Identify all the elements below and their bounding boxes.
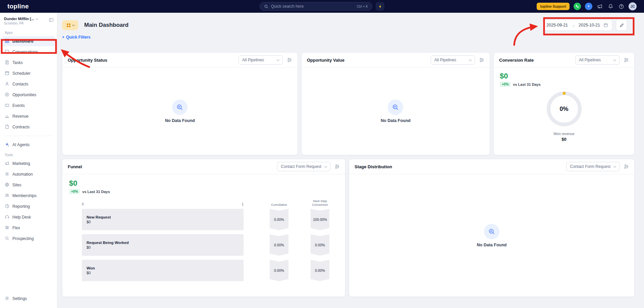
chart-settings-icon[interactable] (334, 164, 340, 169)
ai-agents-icon (5, 142, 9, 148)
more-options-icon[interactable]: ⋮ (631, 22, 635, 28)
empty-state: No Data Found (165, 100, 195, 123)
chart-settings-icon[interactable] (479, 57, 484, 63)
user-avatar[interactable]: JC (629, 2, 637, 10)
empty-state: No Data Found (381, 100, 411, 123)
sidebar-item-settings[interactable]: Settings (2, 294, 55, 304)
sidebar-item-sites[interactable]: Sites (2, 180, 55, 190)
account-switcher[interactable]: Dunder Mifflin [... Scranton, PA (0, 16, 57, 28)
funnel-stage-bar[interactable]: Won $0 (82, 260, 244, 281)
sidebar-item-events[interactable]: Events (2, 101, 55, 111)
chevron-down-icon (469, 58, 472, 61)
sidebar-item-flex[interactable]: Flex (2, 223, 55, 233)
delta-badge: +0% (69, 189, 80, 194)
gauge-value: 0% (559, 106, 568, 113)
select-value: All Pipelines (434, 58, 456, 62)
select-value: Contact Form Request (281, 164, 321, 169)
chevron-down-icon (36, 17, 38, 19)
sites-icon (5, 182, 9, 188)
conversion-gauge: 0% (547, 91, 582, 126)
funnel-card: Funnel Contact Form Request $0 (62, 159, 345, 297)
date-to: 2025-10-21 (579, 23, 600, 27)
card-title: Conversion Rate (499, 58, 534, 63)
sidebar-item-conversations[interactable]: Conversations (2, 47, 55, 57)
chart-settings-icon[interactable] (624, 57, 629, 63)
sidebar-item-contacts[interactable]: Contacts (2, 79, 55, 89)
date-range-picker[interactable]: 2025-09-21 → 2025-10-21 (542, 19, 612, 31)
conversion-amount: $0 (500, 72, 628, 80)
sidebar: Dunder Mifflin [... Scranton, PA Apps Da… (0, 13, 57, 308)
sidebar-item-ai-agents[interactable]: AI Agents (2, 140, 55, 150)
axis-min: 0 (82, 202, 84, 206)
no-data-search-icon (484, 224, 499, 239)
reporting-icon (5, 204, 9, 209)
sidebar-item-memberships[interactable]: Memberships (2, 191, 55, 201)
stage-value: $0 (87, 245, 244, 249)
next-step-cell: 0.00% (311, 234, 329, 256)
search-field[interactable] (271, 4, 354, 9)
funnel-stage-bar[interactable]: New Request $0 (82, 209, 244, 230)
stage-value: $0 (87, 271, 244, 275)
contacts-icon (5, 81, 9, 87)
ai-assistant-icon[interactable] (585, 3, 592, 10)
prospecting-icon (5, 236, 9, 242)
chart-settings-icon[interactable] (287, 57, 292, 63)
next-step-cell: 100.00% (311, 209, 329, 230)
quick-actions-bolt-icon[interactable] (376, 2, 384, 11)
sidebar-collapse-icon[interactable] (49, 17, 54, 24)
pipeline-filter-select[interactable]: All Pipelines (575, 55, 620, 65)
phone-icon[interactable] (574, 3, 581, 10)
notifications-bell-icon[interactable] (607, 3, 614, 10)
revenue-icon (5, 114, 9, 119)
cumulative-cell: 0.00% (270, 209, 288, 230)
search-input[interactable]: Ctrl + K (260, 2, 372, 11)
search-shortcut: Ctrl + K (357, 5, 368, 8)
card-title: Opportunity Status (68, 58, 107, 63)
sidebar-item-scheduler[interactable]: Scheduler (2, 68, 55, 78)
chevron-down-icon (324, 165, 327, 167)
chevron-down-icon (277, 58, 279, 61)
topbar: topline Ctrl + K topline Support (0, 0, 644, 13)
card-title: Funnel (68, 164, 82, 169)
funnel-stage-bar[interactable]: Request Being Worked $0 (82, 234, 244, 256)
sidebar-item-contracts[interactable]: Contracts (2, 122, 55, 132)
no-data-search-icon (388, 100, 403, 115)
cumulative-header: Cumulative (270, 200, 288, 209)
sidebar-item-tasks[interactable]: Tasks (2, 58, 55, 68)
sidebar-item-prospecting[interactable]: Prospecting (2, 234, 55, 244)
main-content: Main Dashboard 2025-09-21 → 2025-10-21 ⋮ (57, 13, 644, 308)
sidebar-item-dashboard[interactable]: Dashboard (2, 36, 55, 46)
sidebar-item-marketing[interactable]: Marketing (2, 159, 55, 169)
support-button[interactable]: topline Support (537, 3, 570, 10)
edit-dashboard-button[interactable] (616, 19, 627, 31)
next-step-column: Next Step Conversion 100.00% 0.00% 0.00% (311, 200, 329, 285)
dashboard-switcher-button[interactable] (62, 20, 78, 30)
sidebar-item-label: Automation (12, 172, 33, 177)
sidebar-item-reporting[interactable]: Reporting (2, 201, 55, 211)
opportunity-status-card: Opportunity Status All Pipelines (62, 52, 298, 155)
sidebar-item-label: Marketing (12, 161, 30, 166)
chart-settings-icon[interactable] (624, 164, 629, 169)
sidebar-item-revenue[interactable]: Revenue (2, 111, 55, 121)
stage-pipeline-select[interactable]: Contact Form Request (566, 162, 620, 171)
calendar-icon (603, 23, 608, 27)
sidebar-item-label: Tasks (12, 60, 23, 65)
pipeline-filter-select[interactable]: All Pipelines (431, 55, 475, 65)
settings-gear-icon (5, 296, 9, 302)
stage-name: Request Being Worked (87, 241, 244, 245)
announcements-megaphone-icon[interactable] (596, 3, 603, 10)
quick-filters-link[interactable]: + Quick Filters (62, 35, 91, 40)
sidebar-item-label: Help Desk (12, 215, 31, 220)
sidebar-item-automation[interactable]: Automation (2, 169, 55, 179)
compare-label: vs Last 31 Days (82, 190, 110, 194)
sidebar-item-opportunities[interactable]: Opportunities (2, 90, 55, 100)
sidebar-item-label: Reporting (12, 204, 30, 209)
account-location: Scranton, PA (4, 21, 47, 25)
axis-max: 1 (241, 202, 244, 206)
won-revenue-value: $0 (561, 137, 566, 142)
funnel-pipeline-select[interactable]: Contact Form Request (277, 162, 330, 171)
help-icon[interactable] (618, 3, 625, 10)
sidebar-item-help-desk[interactable]: Help Desk (2, 212, 55, 222)
pipeline-filter-select[interactable]: All Pipelines (238, 55, 283, 65)
stage-name: Won (87, 266, 244, 270)
